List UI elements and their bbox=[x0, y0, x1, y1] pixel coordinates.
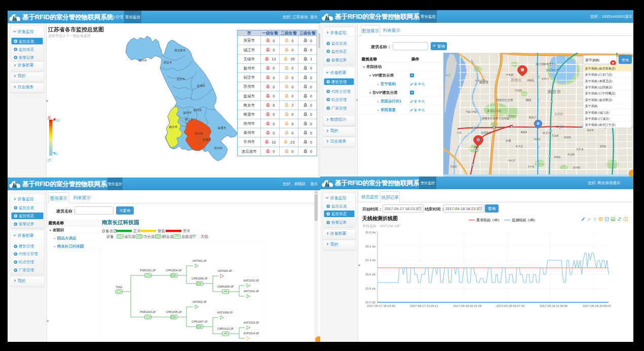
svg-text:3: 3 bbox=[305, 104, 306, 106]
svg-text:CPR1004-2F: CPR1004-2F bbox=[166, 269, 182, 272]
svg-text:清凉山公园: 清凉山公园 bbox=[487, 109, 501, 113]
svg-text:2: 2 bbox=[285, 141, 286, 143]
svg-text:ANT001-2F: ANT001-2F bbox=[193, 259, 207, 262]
svg-text:龙蟠里社区亲子活动室: 龙蟠里社区亲子活动室 bbox=[482, 117, 510, 120]
svg-text:苏宁易购 (南京奥莱店): 苏宁易购 (南京奥莱店) bbox=[585, 66, 616, 71]
svg-text:苏宁易购 (江浦店): 苏宁易购 (江浦店) bbox=[585, 117, 610, 121]
svg-text:苏宁易购 (孝陵卫店): 苏宁易购 (孝陵卫店) bbox=[585, 79, 613, 83]
svg-text:3: 3 bbox=[305, 141, 306, 143]
svg-text:苏宁易购 (金润发店): 苏宁易购 (金润发店) bbox=[585, 98, 613, 102]
svg-text:CPR1007-2F: CPR1007-2F bbox=[192, 320, 208, 323]
svg-text:常州市: 常州市 bbox=[195, 132, 204, 135]
svg-text:查询: 查询 bbox=[622, 58, 629, 62]
svg-text:1: 1 bbox=[268, 122, 269, 124]
svg-text:2: 2 bbox=[286, 104, 287, 106]
svg-text:苏宁易购 (浦口店): 苏宁易购 (浦口店) bbox=[585, 111, 610, 115]
svg-text:苏州市: 苏州市 bbox=[214, 147, 223, 150]
svg-text:ANT1014-2F: ANT1014-2F bbox=[244, 332, 260, 335]
svg-text:南京市: 南京市 bbox=[169, 125, 178, 128]
svg-text:ANT1011-2F: ANT1011-2F bbox=[244, 290, 259, 293]
svg-text:3: 3 bbox=[305, 58, 306, 60]
svg-text:长江: 长江 bbox=[445, 74, 450, 77]
svg-text:淮安市: 淮安市 bbox=[177, 78, 185, 81]
svg-text:2017-09-18 02:24:29: 2017-09-18 02:24:29 bbox=[453, 304, 482, 307]
svg-text:1: 1 bbox=[268, 49, 269, 51]
svg-text:3: 3 bbox=[305, 95, 306, 97]
svg-text:3: 3 bbox=[305, 86, 306, 88]
svg-text:苏宁易购 (山西路店): 苏宁易购 (山西路店) bbox=[585, 85, 613, 89]
svg-text:3: 3 bbox=[305, 67, 306, 69]
svg-text:连云港市: 连云港市 bbox=[174, 49, 186, 52]
svg-text:秦海路: 秦海路 bbox=[520, 131, 527, 133]
svg-text:苏宁易购 (江宁同曦店): 苏宁易购 (江宁同曦店) bbox=[585, 91, 616, 95]
svg-text:玄武湖公园: 玄武湖公园 bbox=[546, 68, 559, 72]
svg-text:水榭: 水榭 bbox=[506, 139, 512, 142]
svg-text:3: 3 bbox=[305, 49, 306, 51]
svg-text:鼓楼区: 鼓楼区 bbox=[511, 78, 522, 82]
svg-text:2017-09-17 18:23:40: 2017-09-17 18:23:40 bbox=[367, 304, 395, 307]
svg-text:2017-09-18 15:58:03: 2017-09-18 15:58:03 bbox=[583, 304, 611, 307]
svg-text:ANT002-2F: ANT002-2F bbox=[193, 300, 207, 303]
svg-text:盐城市: 盐城市 bbox=[197, 84, 206, 88]
svg-text:ANT1015-2F: ANT1015-2F bbox=[244, 321, 260, 324]
svg-text:22.0 db: 22.0 db bbox=[365, 301, 376, 304]
svg-text:1: 1 bbox=[268, 104, 269, 106]
svg-text:泰州市: 泰州市 bbox=[194, 109, 202, 112]
svg-text:玄武区: 玄武区 bbox=[554, 112, 563, 116]
svg-text:31.0 db: 31.0 db bbox=[365, 231, 376, 234]
svg-text:25.6 db: 25.6 db bbox=[365, 273, 376, 276]
svg-text:2017-09-18 06:47:42: 2017-09-18 06:47:42 bbox=[497, 304, 525, 307]
svg-text:江东: 江东 bbox=[457, 131, 462, 134]
svg-text:南京市: 南京市 bbox=[548, 89, 561, 94]
svg-text:PSR1003-2F: PSR1003-2F bbox=[140, 310, 156, 313]
svg-text:榴园: 榴园 bbox=[526, 98, 532, 102]
svg-text:苏宁易购 (江东门店): 苏宁易购 (江东门店) bbox=[585, 73, 613, 77]
svg-text:23.8 db: 23.8 db bbox=[365, 287, 376, 290]
svg-text:南湖: 南湖 bbox=[474, 146, 479, 149]
svg-text:镇江市: 镇江市 bbox=[185, 118, 194, 121]
svg-text:2: 2 bbox=[286, 77, 287, 79]
svg-text:南京国际展览中心: 南京国际展览中心 bbox=[536, 62, 557, 66]
svg-text:2: 2 bbox=[286, 95, 287, 97]
svg-text:ANT1010-2F: ANT1010-2F bbox=[244, 279, 260, 282]
svg-text:1: 1 bbox=[268, 86, 269, 88]
svg-text:秦淮区: 秦淮区 bbox=[543, 131, 551, 135]
svg-text:2: 2 bbox=[286, 150, 287, 152]
svg-text:1: 1 bbox=[268, 95, 269, 97]
svg-text:莫愁湖: 莫愁湖 bbox=[484, 131, 491, 134]
svg-text:29.2 db: 29.2 db bbox=[365, 245, 376, 248]
svg-text:3: 3 bbox=[305, 150, 306, 152]
svg-text:1: 1 bbox=[268, 132, 269, 134]
svg-text:1: 1 bbox=[268, 150, 269, 152]
svg-text:2: 2 bbox=[286, 122, 287, 124]
svg-text:宁海路: 宁海路 bbox=[515, 89, 522, 92]
svg-text:玄武门: 玄武门 bbox=[542, 77, 549, 80]
svg-text:3: 3 bbox=[305, 40, 306, 42]
svg-text:瑞金路: 瑞金路 bbox=[586, 129, 594, 131]
svg-text:无锡市: 无锡市 bbox=[203, 138, 211, 142]
svg-text:27.4 db: 27.4 db bbox=[365, 259, 376, 262]
svg-text:3: 3 bbox=[305, 113, 306, 115]
svg-text:ANT1008-2F: ANT1008-2F bbox=[217, 311, 234, 314]
svg-text:2: 2 bbox=[286, 49, 287, 51]
svg-text:1: 1 bbox=[268, 40, 269, 42]
svg-text:2017-09-18 11:40:56: 2017-09-18 11:40:56 bbox=[540, 304, 568, 307]
svg-text:宿迁市: 宿迁市 bbox=[164, 61, 172, 64]
svg-text:T002: T002 bbox=[116, 286, 122, 289]
svg-text:苏宁易购: 苏宁易购 bbox=[585, 58, 599, 62]
svg-text:PSR1001-2F: PSR1001-2F bbox=[140, 269, 156, 272]
svg-text:CPR1005-2F: CPR1005-2F bbox=[166, 310, 182, 313]
svg-text:苏宁易购: 苏宁易购 bbox=[585, 104, 597, 108]
svg-text:2: 2 bbox=[286, 86, 287, 88]
svg-text:CMR1009-2F: CMR1009-2F bbox=[217, 285, 234, 288]
svg-text:2: 2 bbox=[286, 132, 287, 134]
svg-text:CMR1013-2F: CMR1013-2F bbox=[217, 327, 234, 330]
svg-text:瑞金路: 瑞金路 bbox=[563, 136, 571, 138]
svg-text:2: 2 bbox=[286, 40, 287, 42]
svg-text:2: 2 bbox=[286, 67, 287, 69]
svg-text:CPR1006-2F: CPR1006-2F bbox=[192, 277, 208, 280]
svg-text:扬州市: 扬州市 bbox=[183, 111, 192, 115]
svg-text:洪武路: 洪武路 bbox=[534, 138, 541, 141]
svg-text:3: 3 bbox=[305, 77, 306, 79]
svg-text:1: 1 bbox=[267, 141, 268, 143]
